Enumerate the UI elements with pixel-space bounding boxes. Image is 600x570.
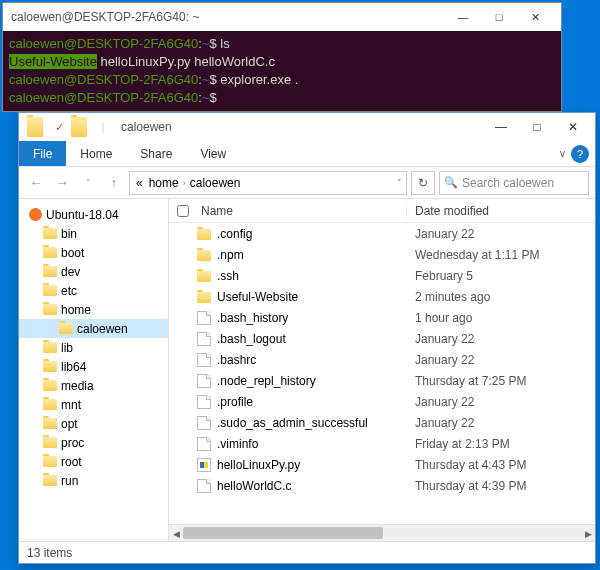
minimize-button[interactable]: — <box>445 11 481 23</box>
tree-node-caloewen[interactable]: caloewen <box>19 319 168 338</box>
scroll-left-icon[interactable]: ◀ <box>169 525 183 542</box>
file-date: January 22 <box>407 332 595 346</box>
explorer-content: Ubuntu-18.04 binbootdevetchomecaloewenli… <box>19 199 595 541</box>
folder-icon <box>43 285 57 296</box>
search-icon: 🔍 <box>444 176 458 189</box>
folder-icon <box>43 437 57 448</box>
folder-icon <box>43 247 57 258</box>
list-item[interactable]: .profileJanuary 22 <box>169 391 595 412</box>
folder-icon <box>43 304 57 315</box>
nav-history-icon[interactable]: ˅ <box>77 172 99 194</box>
file-name: .bashrc <box>217 353 256 367</box>
list-item[interactable]: .sshFebruary 5 <box>169 265 595 286</box>
maximize-button[interactable]: □ <box>481 11 517 23</box>
terminal-title: caloewen@DESKTOP-2FA6G40: ~ <box>11 10 445 24</box>
scroll-thumb[interactable] <box>183 527 383 539</box>
nav-up-button[interactable]: ↑ <box>103 172 125 194</box>
list-item[interactable]: .viminfoFriday at 2:13 PM <box>169 433 595 454</box>
file-date: January 22 <box>407 227 595 241</box>
terminal-line: caloewen@DESKTOP-2FA6G40:~$ ls <box>9 35 555 53</box>
close-button[interactable]: ✕ <box>517 11 553 24</box>
terminal-titlebar[interactable]: caloewen@DESKTOP-2FA6G40: ~ — □ ✕ <box>3 3 561 31</box>
file-list[interactable]: .configJanuary 22.npmWednesday at 1:11 P… <box>169 223 595 524</box>
minimize-button[interactable]: — <box>483 120 519 134</box>
list-item[interactable]: .bashrcJanuary 22 <box>169 349 595 370</box>
file-name: .ssh <box>217 269 239 283</box>
tree-node-run[interactable]: run <box>19 471 168 490</box>
tree-node-mnt[interactable]: mnt <box>19 395 168 414</box>
list-item[interactable]: .node_repl_historyThursday at 7:25 PM <box>169 370 595 391</box>
status-item-count: 13 items <box>27 546 72 560</box>
list-item[interactable]: .bash_logoutJanuary 22 <box>169 328 595 349</box>
tree-node-lib64[interactable]: lib64 <box>19 357 168 376</box>
tree-root[interactable]: Ubuntu-18.04 <box>19 205 168 224</box>
file-icon <box>197 416 211 430</box>
scroll-right-icon[interactable]: ▶ <box>581 525 595 542</box>
file-date: January 22 <box>407 395 595 409</box>
nav-tree[interactable]: Ubuntu-18.04 binbootdevetchomecaloewenli… <box>19 199 169 541</box>
tree-node-opt[interactable]: opt <box>19 414 168 433</box>
tree-node-dev[interactable]: dev <box>19 262 168 281</box>
folder-icon <box>43 418 57 429</box>
ribbon-chevron-icon[interactable]: v <box>560 148 565 159</box>
file-name: helloLinuxPy.py <box>217 458 300 472</box>
list-item[interactable]: .bash_history1 hour ago <box>169 307 595 328</box>
list-item[interactable]: helloLinuxPy.pyThursday at 4:43 PM <box>169 454 595 475</box>
tab-share[interactable]: Share <box>126 143 186 165</box>
select-all-checkbox[interactable] <box>169 205 197 217</box>
tree-node-bin[interactable]: bin <box>19 224 168 243</box>
file-name: helloWorldC.c <box>217 479 291 493</box>
folder-icon <box>43 266 57 277</box>
help-icon[interactable]: ? <box>571 145 589 163</box>
list-item[interactable]: .sudo_as_admin_successfulJanuary 22 <box>169 412 595 433</box>
qat-folder-icon-2[interactable] <box>71 117 91 137</box>
terminal-line: caloewen@DESKTOP-2FA6G40:~$ explorer.exe… <box>9 71 555 89</box>
path-dropdown-icon[interactable]: ˅ <box>397 178 402 188</box>
tree-node-boot[interactable]: boot <box>19 243 168 262</box>
qat-check-icon[interactable]: ✓ <box>49 117 69 137</box>
nav-back-button[interactable]: ← <box>25 172 47 194</box>
tree-node-root[interactable]: root <box>19 452 168 471</box>
list-item[interactable]: .configJanuary 22 <box>169 223 595 244</box>
path-prefix-icon[interactable]: « <box>134 176 145 190</box>
file-date: January 22 <box>407 416 595 430</box>
tree-node-media[interactable]: media <box>19 376 168 395</box>
file-list-panel: Name Date modified .configJanuary 22.npm… <box>169 199 595 541</box>
tab-view[interactable]: View <box>186 143 240 165</box>
column-name[interactable]: Name <box>197 204 407 218</box>
file-date: Friday at 2:13 PM <box>407 437 595 451</box>
maximize-button[interactable]: □ <box>519 120 555 134</box>
folder-icon <box>43 456 57 467</box>
qat-folder-icon[interactable] <box>27 117 47 137</box>
tree-node-home[interactable]: home <box>19 300 168 319</box>
folder-icon <box>43 399 57 410</box>
tree-node-lib[interactable]: lib <box>19 338 168 357</box>
tree-node-etc[interactable]: etc <box>19 281 168 300</box>
list-item[interactable]: helloWorldC.cThursday at 4:39 PM <box>169 475 595 496</box>
ubuntu-icon <box>29 208 42 221</box>
folder-icon <box>197 250 211 261</box>
file-tab[interactable]: File <box>19 141 66 166</box>
file-name: .viminfo <box>217 437 258 451</box>
folder-icon <box>197 271 211 282</box>
horizontal-scrollbar[interactable]: ◀ ▶ <box>169 524 595 541</box>
breadcrumb[interactable]: home <box>147 176 181 190</box>
tab-home[interactable]: Home <box>66 143 126 165</box>
breadcrumb[interactable]: caloewen <box>188 176 243 190</box>
close-button[interactable]: ✕ <box>555 120 591 134</box>
file-date: 2 minutes ago <box>407 290 595 304</box>
file-name: .sudo_as_admin_successful <box>217 416 368 430</box>
terminal-body[interactable]: caloewen@DESKTOP-2FA6G40:~$ ls Useful-We… <box>3 31 561 111</box>
list-item[interactable]: .npmWednesday at 1:11 PM <box>169 244 595 265</box>
explorer-titlebar[interactable]: ✓ | caloewen — □ ✕ <box>19 113 595 141</box>
file-date: Thursday at 4:39 PM <box>407 479 595 493</box>
column-date[interactable]: Date modified <box>407 204 595 218</box>
path-box[interactable]: « home › caloewen ˅ <box>129 171 407 195</box>
tree-node-proc[interactable]: proc <box>19 433 168 452</box>
file-name: .npm <box>217 248 244 262</box>
search-input[interactable]: 🔍 Search caloewen <box>439 171 589 195</box>
nav-forward-button[interactable]: → <box>51 172 73 194</box>
list-item[interactable]: Useful-Website2 minutes ago <box>169 286 595 307</box>
refresh-button[interactable]: ↻ <box>411 171 435 195</box>
python-file-icon <box>197 458 211 472</box>
